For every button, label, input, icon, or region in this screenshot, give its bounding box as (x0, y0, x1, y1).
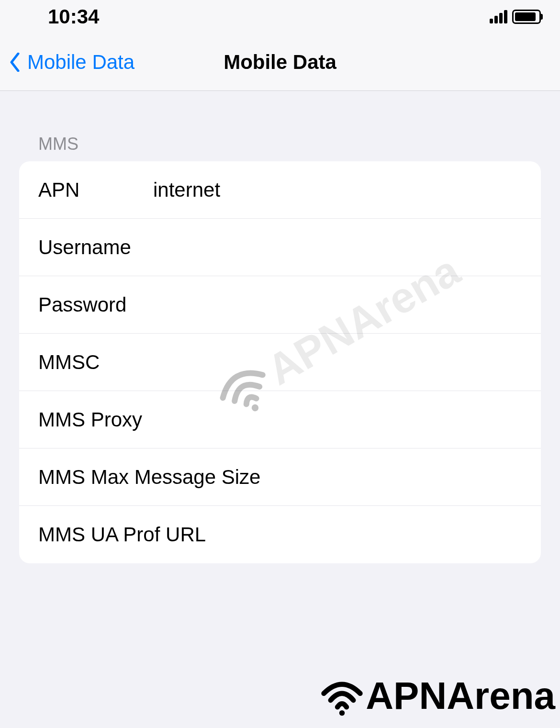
mmsc-row[interactable]: MMSC (19, 334, 541, 391)
username-input[interactable] (153, 236, 522, 259)
nav-header: Mobile Data Mobile Data (0, 34, 560, 91)
apn-row[interactable]: APN (19, 161, 541, 219)
wifi-icon (319, 673, 365, 718)
status-icons (490, 10, 541, 24)
mms-ua-prof-url-label: MMS UA Prof URL (38, 523, 522, 546)
battery-icon (512, 10, 541, 24)
username-label: Username (38, 236, 153, 259)
page-title: Mobile Data (224, 51, 336, 74)
status-time: 10:34 (48, 5, 99, 28)
mmsc-input[interactable] (153, 351, 522, 374)
apnarena-logo: APNArena (319, 673, 555, 718)
back-label: Mobile Data (27, 51, 134, 74)
password-row[interactable]: Password (19, 276, 541, 334)
mms-proxy-label: MMS Proxy (38, 408, 522, 431)
cellular-signal-icon (490, 10, 507, 23)
mms-ua-prof-url-row[interactable]: MMS UA Prof URL (19, 506, 541, 563)
back-button[interactable]: Mobile Data (0, 51, 134, 74)
mmsc-label: MMSC (38, 351, 153, 374)
password-input[interactable] (153, 293, 522, 316)
apn-input[interactable] (153, 179, 522, 202)
chevron-left-icon (10, 53, 20, 72)
password-label: Password (38, 293, 153, 316)
svg-point-1 (339, 710, 345, 716)
mms-max-message-size-label: MMS Max Message Size (38, 466, 522, 489)
apn-label: APN (38, 179, 153, 202)
mms-proxy-row[interactable]: MMS Proxy (19, 391, 541, 448)
mms-settings-group: APN Username Password MMSC MMS Proxy MMS… (19, 161, 541, 563)
username-row[interactable]: Username (19, 219, 541, 276)
mms-max-message-size-row[interactable]: MMS Max Message Size (19, 448, 541, 506)
section-header-mms: MMS (0, 91, 560, 161)
status-bar: 10:34 (0, 0, 560, 34)
